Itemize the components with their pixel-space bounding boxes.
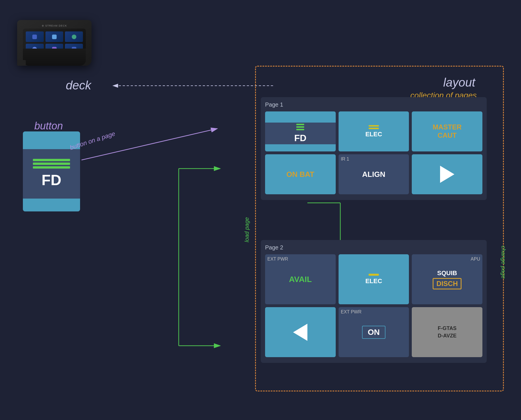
deck-btn-3 <box>65 31 83 42</box>
page1-btn-elec[interactable]: ELEC <box>339 111 409 151</box>
page1-btn-fd[interactable]: FD <box>265 111 336 151</box>
preview-fd-text: FD <box>41 171 61 189</box>
preview-bottom-bar <box>23 199 80 211</box>
page2-btn-avail[interactable]: EXT PWR AVAIL <box>265 254 336 304</box>
deck-btn-1 <box>26 31 44 42</box>
apu-sublabel: APU <box>471 257 480 262</box>
stream-deck-device: ⊛ STREAM DECK <box>17 9 97 74</box>
left-arrow-icon <box>293 324 307 341</box>
fd-stripe-1 <box>296 124 304 125</box>
page2-btn-fgtas[interactable]: F-GTASD-AVZE <box>412 307 482 357</box>
fd-stripe-2 <box>296 126 304 128</box>
page2-btn-squib[interactable]: APU SQUIB DISCH <box>412 254 482 304</box>
page2-block: Page 2 EXT PWR AVAIL ELEC APU SQUIB DISC… <box>261 240 487 363</box>
deck-label: deck <box>66 79 91 92</box>
change-page-label: change page <box>500 246 507 279</box>
page1-label: Page 1 <box>265 101 482 108</box>
align-sublabel: IR 1 <box>341 157 349 162</box>
deck-btn-2 <box>45 31 63 42</box>
on-box: ON <box>362 326 385 339</box>
page1-button-grid: FD ELEC MASTERCAUT ON BA <box>265 111 482 194</box>
elec-stripe-2 <box>369 128 379 129</box>
deck-cable <box>17 60 26 66</box>
page2-label: Page 2 <box>265 244 482 251</box>
page2-button-grid: EXT PWR AVAIL ELEC APU SQUIB DISCH <box>265 254 482 357</box>
page1-btn-align[interactable]: IR 1 ALIGN <box>339 154 409 194</box>
extpwr2-sublabel: EXT PWR <box>341 309 362 315</box>
fd-top-bar <box>265 111 336 123</box>
elec-text: ELEC <box>365 131 382 138</box>
page2-btn-on[interactable]: EXT PWR ON <box>339 307 409 357</box>
preview-stripe-2 <box>33 163 70 165</box>
deck-stand <box>23 49 86 66</box>
align-text: ALIGN <box>362 170 385 179</box>
page2-btn-arrow-left[interactable] <box>265 307 336 357</box>
fgtas-text: F-GTASD-AVZE <box>438 325 457 339</box>
avail-text: AVAIL <box>289 275 312 284</box>
preview-content: FD <box>23 149 80 199</box>
fd-stripe-3 <box>296 129 304 130</box>
page1-btn-onbat[interactable]: ON BAT <box>265 154 336 194</box>
load-page-label: load page <box>244 217 250 242</box>
preview-stripe-1 <box>33 159 70 161</box>
pages-area: Page 1 FD <box>261 80 498 386</box>
fd-bottom-bar <box>265 144 336 151</box>
right-arrow-icon <box>440 166 454 183</box>
extpwr-sublabel: EXT PWR <box>267 257 288 262</box>
elec2-text: ELEC <box>365 277 382 285</box>
squib-text: SQUIB <box>437 269 457 277</box>
page1-btn-arrow-right[interactable] <box>412 154 482 194</box>
stream-deck-logo: ⊛ STREAM DECK <box>42 24 67 27</box>
preview-stripes <box>33 159 70 169</box>
onbat-text: ON BAT <box>286 170 314 179</box>
button-label: button <box>34 120 63 132</box>
fd-text: FD <box>294 133 307 143</box>
mastercaut-text: MASTERCAUT <box>433 123 462 140</box>
page1-btn-mastercaut[interactable]: MASTERCAUT <box>412 111 482 151</box>
preview-stripe-3 <box>33 166 70 169</box>
disch-box: DISCH <box>433 278 462 289</box>
page2-btn-elec[interactable]: ELEC <box>339 254 409 304</box>
svg-line-7 <box>81 129 217 160</box>
elec-stripe-1 <box>369 125 379 127</box>
elec2-stripe <box>369 274 379 276</box>
page1-block: Page 1 FD <box>261 97 487 200</box>
